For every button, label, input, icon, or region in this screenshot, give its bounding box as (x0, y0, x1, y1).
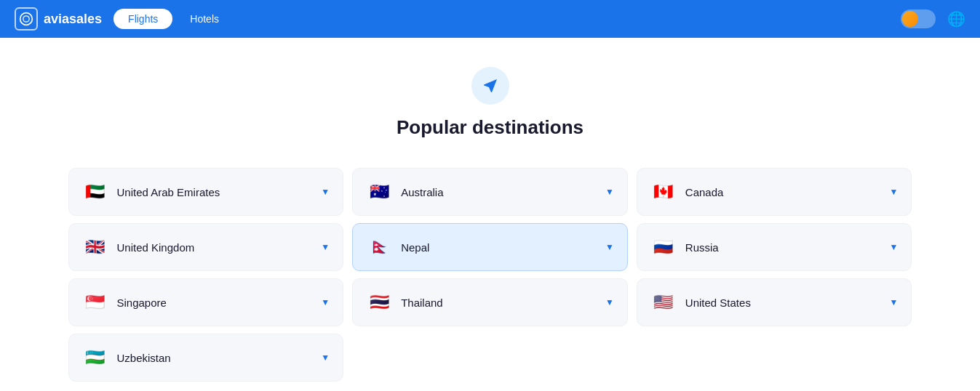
chevron-sg: ▼ (321, 297, 330, 307)
country-name-uz: Uzbekistan (117, 352, 171, 364)
theme-toggle[interactable] (901, 9, 936, 28)
logo-text: aviasales (44, 12, 102, 27)
main-content: Popular destinations 🇦🇪United Arab Emira… (54, 38, 927, 391)
chevron-uk: ▼ (321, 242, 330, 252)
card-left: 🇷🇺Russia (650, 234, 719, 260)
destination-card-th[interactable]: 🇹🇭Thailand▼ (352, 278, 628, 326)
column-col3: 🇨🇦Canada▼🇷🇺Russia▼🇺🇸United States▼ (637, 168, 912, 326)
destination-card-ru[interactable]: 🇷🇺Russia▼ (637, 223, 912, 271)
country-name-np: Nepal (401, 241, 429, 254)
country-name-th: Thailand (401, 297, 443, 309)
plane-icon (471, 67, 509, 105)
card-left: 🇦🇪United Arab Emirates (82, 179, 220, 205)
navbar: aviasales Flights Hotels 🌐 (0, 0, 980, 38)
flag-np: 🇳🇵 (366, 234, 392, 260)
toggle-knob (902, 11, 918, 27)
country-name-au: Australia (401, 186, 443, 198)
chevron-uz: ▼ (321, 352, 330, 363)
destination-card-sg[interactable]: 🇸🇬Singapore▼ (68, 278, 344, 326)
flag-ca: 🇨🇦 (650, 179, 677, 205)
svg-point-1 (23, 16, 29, 22)
country-name-ca: Canada (685, 186, 724, 198)
chevron-ru: ▼ (890, 242, 899, 252)
card-left: 🇸🇬Singapore (82, 289, 167, 315)
nav-tabs: Flights Hotels (113, 9, 234, 29)
hero-section: Popular destinations (68, 67, 912, 139)
card-left: 🇳🇵Nepal (366, 234, 429, 260)
page-title: Popular destinations (68, 116, 912, 139)
destination-card-ca[interactable]: 🇨🇦Canada▼ (637, 168, 912, 216)
chevron-us: ▼ (890, 297, 899, 307)
logo: aviasales (15, 7, 102, 31)
destination-card-uz[interactable]: 🇺🇿Uzbekistan▼ (68, 334, 344, 382)
destinations-grid: 🇦🇪United Arab Emirates▼🇬🇧United Kingdom▼… (68, 168, 912, 382)
chevron-th: ▼ (605, 297, 614, 307)
country-name-sg: Singapore (117, 297, 167, 309)
country-name-uae: United Arab Emirates (117, 186, 220, 198)
flag-uk: 🇬🇧 (82, 234, 108, 260)
column-col2: 🇦🇺Australia▼🇳🇵Nepal▼🇹🇭Thailand▼ (352, 168, 628, 326)
card-left: 🇹🇭Thailand (366, 289, 443, 315)
destination-card-uae[interactable]: 🇦🇪United Arab Emirates▼ (68, 168, 344, 216)
destination-card-uk[interactable]: 🇬🇧United Kingdom▼ (68, 223, 344, 271)
svg-point-0 (20, 13, 33, 25)
flag-uz: 🇺🇿 (82, 344, 108, 371)
card-left: 🇬🇧United Kingdom (82, 234, 195, 260)
chevron-ca: ▼ (890, 187, 899, 197)
navbar-left: aviasales Flights Hotels (15, 7, 234, 31)
flag-au: 🇦🇺 (366, 179, 392, 205)
chevron-uae: ▼ (321, 187, 330, 197)
flag-th: 🇹🇭 (366, 289, 392, 315)
logo-icon (15, 7, 38, 31)
flights-tab[interactable]: Flights (113, 9, 172, 29)
card-left: 🇨🇦Canada (650, 179, 724, 205)
flag-uae: 🇦🇪 (82, 179, 108, 205)
flag-ru: 🇷🇺 (650, 234, 677, 260)
destination-card-au[interactable]: 🇦🇺Australia▼ (352, 168, 628, 216)
flag-sg: 🇸🇬 (82, 289, 108, 315)
navbar-right: 🌐 (901, 9, 965, 28)
card-left: 🇦🇺Australia (366, 179, 443, 205)
country-name-us: United States (685, 297, 751, 309)
chevron-np: ▼ (605, 242, 614, 252)
globe-icon[interactable]: 🌐 (947, 10, 965, 28)
flag-us: 🇺🇸 (650, 289, 677, 315)
card-left: 🇺🇿Uzbekistan (82, 344, 171, 371)
destination-card-np[interactable]: 🇳🇵Nepal▼ (352, 223, 628, 271)
card-left: 🇺🇸United States (650, 289, 751, 315)
column-col1: 🇦🇪United Arab Emirates▼🇬🇧United Kingdom▼… (68, 168, 344, 382)
chevron-au: ▼ (605, 187, 614, 197)
country-name-ru: Russia (685, 241, 719, 254)
destination-card-us[interactable]: 🇺🇸United States▼ (637, 278, 912, 326)
hotels-tab[interactable]: Hotels (175, 9, 234, 29)
country-name-uk: United Kingdom (117, 241, 195, 254)
